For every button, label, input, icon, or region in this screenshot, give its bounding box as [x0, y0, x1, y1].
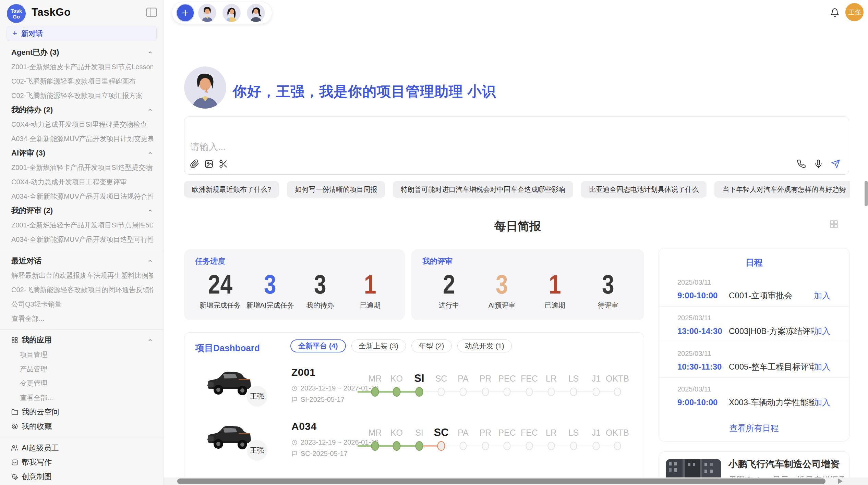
sidebar-item[interactable]: Z001-全新燃油轻卡产品开发项目SI节点属性5D文件评审: [0, 218, 163, 232]
recent-item[interactable]: 解释最新出台的欧盟报废车法规再生塑料比例被调至15%...: [0, 268, 163, 283]
send-icon[interactable]: [830, 159, 841, 169]
add-conversation-button[interactable]: +: [176, 4, 194, 22]
input-placeholder: 请输入...: [190, 141, 226, 153]
tab-new-platform[interactable]: 全新平台 (4): [290, 339, 346, 352]
apps-view-all[interactable]: 查看全部...: [0, 390, 163, 405]
new-chat-button[interactable]: + 新对话: [7, 26, 157, 41]
sidebar-item-ai-employee[interactable]: AI超级员工: [0, 441, 163, 455]
sidebar-item[interactable]: C0X4-动力总成开发项目工程变更评审: [0, 175, 163, 189]
section-header-my-todo[interactable]: 我的待办 (2): [0, 103, 163, 117]
stat-value: 1: [364, 269, 376, 300]
milestone-label: SC: [435, 374, 447, 384]
sidebar-item-favorites[interactable]: 我的收藏: [0, 419, 163, 434]
greeting-text: 你好，王强，我是你的项目管理助理 小识: [233, 82, 496, 101]
paperclip-icon[interactable]: [189, 159, 200, 169]
section-header-ai-review[interactable]: AI评审 (3): [0, 146, 163, 160]
sidebar-item[interactable]: A034-全新新能源MUV产品开发项目造型可行性评审: [0, 232, 163, 247]
event-date: 2025/03/11: [677, 314, 830, 322]
divider: [0, 250, 163, 250]
project-flag-date: SC-2025-05-17: [291, 450, 348, 458]
image-icon[interactable]: [204, 159, 214, 169]
recent-item[interactable]: C02-飞腾新能源轻客改款项目的闭环通告反馈情况: [0, 283, 163, 297]
milestone-label: PR: [480, 374, 492, 384]
sidebar-item-change-mgmt[interactable]: 变更管理: [0, 376, 163, 390]
sidebar-item[interactable]: Z001-全新燃油轻卡产品开发项目SI造型提交物评审: [0, 160, 163, 175]
view-all-schedule-link[interactable]: 查看所有日程: [659, 423, 849, 434]
sidebar-item-project-mgmt[interactable]: 项目管理: [0, 347, 163, 362]
sidebar-item-cloud-space[interactable]: 我的云空间: [0, 405, 163, 419]
section-header-my-review[interactable]: 我的评审 (2): [0, 203, 163, 218]
event-name: X003-车辆动力学性能验...: [729, 397, 814, 408]
star-badge-icon: [11, 423, 18, 430]
sidebar-item[interactable]: A034-全新新能源MUV产品开发项目计划变更表编写: [0, 132, 163, 146]
write-icon: [11, 459, 18, 466]
stat-label: 已逾期: [345, 301, 395, 310]
avatar[interactable]: [247, 4, 265, 22]
apps-grid-icon: [11, 337, 18, 344]
milestone-dot-done: [393, 387, 401, 397]
avatar[interactable]: [198, 4, 216, 22]
section-header-agent-done[interactable]: Agent已办 (3): [0, 45, 163, 60]
milestone-label: FEC: [521, 374, 538, 384]
recent-item[interactable]: 公司Q3轻卡销量: [0, 297, 163, 311]
sidebar-item[interactable]: A034-全新新能源MUV产品开发项目法规符合性评审: [0, 189, 163, 203]
bell-icon[interactable]: [830, 8, 840, 17]
sidebar-item[interactable]: Z001-全新燃油皮卡产品开发项目SI节点Lesson Learn报告: [0, 60, 163, 74]
stat-value: 3: [496, 269, 508, 300]
scissors-icon[interactable]: [218, 159, 228, 169]
milestone-label: KO: [390, 428, 403, 438]
milestone-dot: [614, 388, 621, 396]
taskgo-logo: Task Go: [7, 4, 26, 23]
milestone-label: MR: [369, 428, 382, 438]
milestone-dot-done: [393, 441, 401, 451]
milestone-label: MR: [369, 374, 382, 384]
join-link[interactable]: 加入: [814, 397, 830, 408]
chat-input[interactable]: 请输入...: [184, 116, 849, 175]
project-code: A034: [291, 421, 317, 432]
mic-icon[interactable]: [813, 159, 823, 169]
panel-collapse-icon[interactable]: [146, 8, 157, 17]
tab-powertrain[interactable]: 动总开发 (1): [457, 339, 512, 352]
join-link[interactable]: 加入: [814, 326, 830, 337]
horizontal-scrollbar-track[interactable]: [164, 477, 868, 485]
user-avatar[interactable]: 王强: [845, 3, 864, 21]
project-code: Z001: [291, 366, 315, 378]
avatar[interactable]: [222, 4, 241, 22]
suggestion-chip[interactable]: 特朗普可能对进口汽车增税会对中国车企造成哪些影响: [393, 181, 573, 198]
suggestion-chip[interactable]: 比亚迪全固态电池计划具体说了什么: [581, 181, 707, 198]
milestone-dot-overdue: [437, 441, 445, 451]
section-header-recent[interactable]: 最近对话: [0, 254, 163, 268]
tab-new-body[interactable]: 全新上装 (3): [351, 339, 406, 352]
join-link[interactable]: 加入: [814, 361, 830, 372]
sidebar-item-help-write[interactable]: 帮我写作: [0, 455, 163, 470]
suggestion-chip[interactable]: 当下年轻人对汽车外观有怎样的喜好趋势: [714, 181, 850, 198]
chevron-up-icon: [147, 208, 153, 213]
recent-view-all[interactable]: 查看全部...: [0, 311, 163, 326]
sidebar-item-product-mgmt[interactable]: 产品管理: [0, 362, 163, 376]
card-title: 我的评审: [422, 256, 635, 266]
grid-icon[interactable]: [829, 220, 839, 229]
project-row[interactable]: 王强 A034 2023-12-19 ~ 2026-01-19 SC-2025-…: [184, 417, 644, 471]
sidebar-item-creative-draw[interactable]: 创意制图: [0, 470, 163, 484]
stat: 3新增AI完成任务: [245, 269, 295, 310]
horizontal-scrollbar-thumb[interactable]: [177, 478, 825, 484]
sidebar-item[interactable]: C02-飞腾新能源轻客改款项目里程碑画布: [0, 74, 163, 88]
sidebar-item[interactable]: C0X4-动力总成开发项目SI里程碑提交物检查: [0, 117, 163, 132]
vertical-scrollbar[interactable]: [865, 181, 868, 206]
milestone-label: FEC: [521, 428, 538, 438]
scroll-right-arrow-icon[interactable]: [838, 478, 843, 484]
suggestion-chip[interactable]: 如何写一份清晰的项目周报: [287, 181, 385, 198]
schedule-event: 2025/03/11 13:00-14:30 C003|H0B-方案冻结评审 加…: [659, 307, 849, 342]
milestone-dot: [526, 442, 533, 450]
join-link[interactable]: 加入: [814, 290, 830, 301]
section-header-my-apps[interactable]: 我的应用: [0, 333, 163, 347]
tab-year-model[interactable]: 年型 (2): [411, 339, 452, 352]
project-row[interactable]: 王强 Z001 2023-12-19 ~ 2027-01-19 SI-2025-…: [184, 363, 644, 417]
suggestion-chips: 欧洲新规最近颁布了什么? 如何写一份清晰的项目周报 特朗普可能对进口汽车增税会对…: [184, 181, 850, 198]
suggestion-chip[interactable]: 欧洲新规最近颁布了什么?: [184, 181, 279, 198]
event-time: 13:00-14:30: [677, 326, 729, 336]
stat-label: 待评审: [581, 301, 635, 310]
sidebar-item[interactable]: C02-飞腾新能源轻客改款项目立项汇报方案: [0, 88, 163, 103]
chevron-up-icon: [147, 150, 153, 156]
phone-icon[interactable]: [796, 159, 806, 169]
